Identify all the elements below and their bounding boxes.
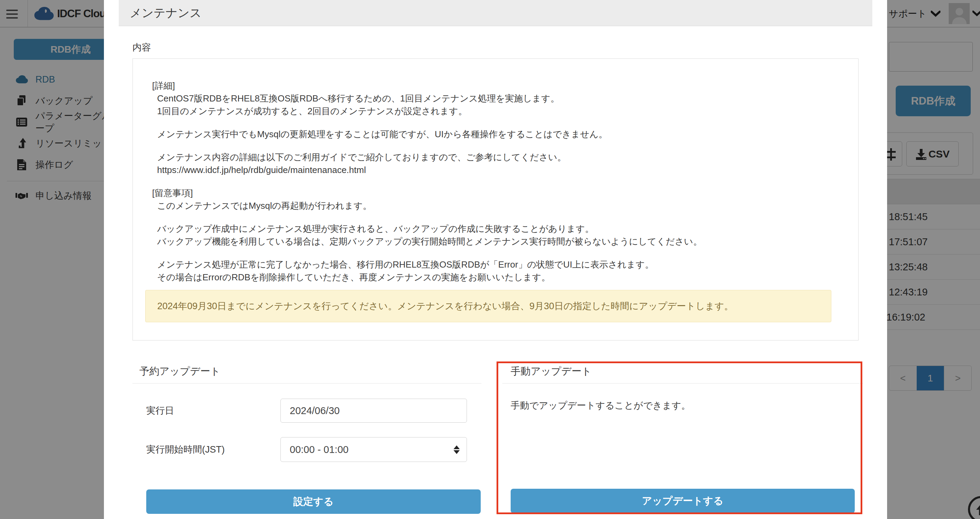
description-paragraph: [留意事項] このメンテナンスではMysqlの再起動が行われます。 (152, 187, 831, 212)
description-paragraph: メンテナンス内容の詳細は以下のご利用ガイドでご紹介しておりますので、ご参考にして… (152, 151, 831, 176)
execution-date-label: 実行日 (146, 405, 280, 417)
scheduled-update-heading: 予約アップデート (132, 364, 481, 378)
schedule-set-button[interactable]: 設定する (146, 489, 481, 514)
maintenance-description-box: [詳細] CentOS7版RDBをRHEL8互換OS版RDBへ移行するための、1… (132, 59, 859, 341)
start-time-select[interactable]: 00:00 - 01:00 (280, 437, 467, 462)
deadline-warning: 2024年09月30日までにメンテナンスを行ってください。メンテナンスを行わない… (145, 290, 831, 322)
manual-update-heading: 手動アップデート (503, 364, 863, 378)
modal-header: メンテナンス (119, 0, 872, 26)
manual-update-button[interactable]: アップデートする (511, 489, 855, 513)
section-divider (132, 383, 481, 384)
modal-body: 内容 [詳細] CentOS7版RDBをRHEL8互換OS版RDBへ移行するため… (104, 41, 887, 341)
description-paragraph: バックアップ作成中にメンテナンス処理が実行されると、バックアップの作成に失敗する… (152, 222, 831, 248)
execution-date-input[interactable] (280, 398, 467, 423)
manual-update-description: 手動でアップデートすることができます。 (511, 399, 863, 412)
select-arrows-icon (453, 438, 460, 462)
scheduled-update-section: 予約アップデート 実行日 実行開始時間(JST) 00:00 - 01:00 設… (132, 364, 481, 514)
maintenance-description-text: [詳細] CentOS7版RDBをRHEL8互換OS版RDBへ移行するための、1… (145, 79, 831, 284)
section-divider (503, 383, 863, 384)
start-time-row: 実行開始時間(JST) 00:00 - 01:00 (146, 437, 481, 462)
execution-date-row: 実行日 (146, 398, 481, 423)
arrow-up-icon (975, 503, 980, 516)
description-paragraph: メンテナンス実行中でもMysqlの更新処理をすることは可能ですが、UIから各種操… (152, 128, 831, 141)
description-paragraph: [詳細] CentOS7版RDBをRHEL8互換OS版RDBへ移行するための、1… (152, 79, 831, 117)
manual-update-section: 手動アップデート 手動でアップデートすることができます。 アップデートする (503, 364, 863, 513)
modal-title: メンテナンス (119, 5, 202, 21)
start-time-label: 実行開始時間(JST) (146, 443, 280, 456)
maintenance-modal: メンテナンス 内容 [詳細] CentOS7版RDBをRHEL8互換OS版RDB… (104, 0, 887, 519)
screen: IDCF Cloud サポート RDB作成 RDB (0, 0, 980, 519)
description-paragraph: メンテナンス処理が正常に完了しなかった場合、移行用のRHEL8互換OS版RDBが… (152, 258, 831, 284)
start-time-value: 00:00 - 01:00 (290, 444, 348, 456)
content-label: 内容 (132, 41, 859, 54)
